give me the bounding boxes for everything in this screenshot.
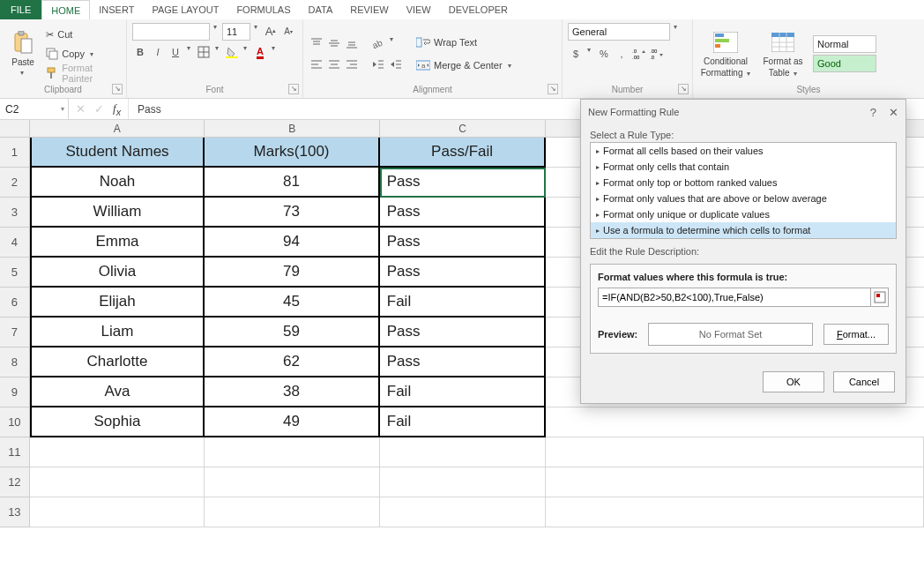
cell-C9[interactable]: Fail [380, 377, 547, 407]
cell-B1[interactable]: Marks(100) [205, 138, 380, 168]
col-header-a[interactable]: A [30, 120, 205, 138]
tab-data[interactable]: DATA [300, 0, 342, 19]
cell-C1[interactable]: Pass/Fail [380, 138, 547, 168]
cell-B11[interactable] [205, 437, 380, 467]
format-painter-button[interactable]: Format Painter [44, 64, 121, 82]
italic-button[interactable]: I [150, 44, 166, 60]
cell-D13[interactable] [546, 497, 924, 527]
align-right-button[interactable] [344, 56, 360, 72]
row-header[interactable]: 10 [0, 407, 30, 437]
cell-B10[interactable]: 49 [205, 407, 380, 437]
row-header[interactable]: 1 [0, 138, 30, 168]
cell-A1[interactable]: Student Names [30, 138, 205, 168]
format-as-table-button[interactable]: Format as Table ▾ [758, 26, 808, 81]
row-header[interactable]: 7 [0, 318, 30, 348]
cell-C13[interactable] [380, 497, 547, 527]
tab-review[interactable]: REVIEW [341, 0, 397, 19]
tab-insert[interactable]: INSERT [90, 0, 143, 19]
copy-button[interactable]: Copy ▾ [44, 45, 121, 63]
cell-D11[interactable] [546, 437, 924, 467]
cell-C5[interactable]: Pass [380, 258, 547, 288]
tab-home[interactable]: HOME [41, 0, 90, 19]
currency-button[interactable]: $ [568, 46, 584, 62]
cell-A12[interactable] [30, 467, 205, 497]
cell-A4[interactable]: Emma [30, 228, 205, 258]
alignment-dialog-launcher[interactable]: ↘ [548, 84, 558, 94]
merge-center-button[interactable]: a Merge & Center ▾ [414, 56, 517, 74]
cell-C12[interactable] [380, 467, 547, 497]
cancel-button[interactable]: Cancel [833, 371, 895, 392]
font-name-select[interactable] [132, 23, 210, 41]
cell-C7[interactable]: Pass [380, 318, 547, 348]
rule-type-item[interactable]: Format only unique or duplicate values [591, 206, 896, 222]
cell-B2[interactable]: 81 [205, 168, 380, 198]
cut-button[interactable]: ✂ Cut [44, 26, 121, 43]
increase-font-button[interactable]: A▴ [263, 23, 279, 39]
cell-A10[interactable]: Sophia [30, 407, 205, 437]
font-dialog-launcher[interactable]: ↘ [288, 84, 299, 94]
select-all-corner[interactable] [0, 120, 30, 138]
cell-A13[interactable] [30, 497, 205, 527]
cell-A6[interactable]: Elijah [30, 288, 205, 318]
cell-B4[interactable]: 94 [205, 228, 380, 258]
align-center-button[interactable] [326, 56, 342, 72]
cell-C3[interactable]: Pass [380, 198, 547, 228]
rule-type-item[interactable]: Use a formula to determine which cells t… [591, 222, 896, 238]
name-box[interactable]: C2 [0, 99, 69, 119]
decrease-indent-button[interactable] [370, 56, 386, 72]
cell-B13[interactable] [205, 497, 380, 527]
col-header-c[interactable]: C [380, 120, 547, 138]
row-header[interactable]: 2 [0, 168, 30, 198]
font-size-select[interactable]: 11 [222, 23, 250, 41]
col-header-b[interactable]: B [205, 120, 379, 138]
accept-formula-icon[interactable]: ✓ [94, 102, 104, 116]
tab-developer[interactable]: DEVELOPER [440, 0, 517, 19]
cell-B8[interactable]: 62 [205, 348, 380, 377]
cell-B9[interactable]: 38 [205, 377, 380, 407]
rule-type-item[interactable]: Format only values that are above or bel… [591, 191, 896, 206]
style-good[interactable]: Good [813, 55, 876, 72]
align-left-button[interactable] [309, 56, 324, 72]
align-top-button[interactable] [309, 35, 324, 51]
row-header[interactable]: 13 [0, 497, 30, 527]
cell-C8[interactable]: Pass [380, 348, 547, 377]
align-middle-button[interactable] [326, 35, 342, 51]
cell-A7[interactable]: Liam [30, 318, 205, 348]
dialog-titlebar[interactable]: New Formatting Rule ? ✕ [581, 100, 905, 124]
range-picker-icon[interactable] [870, 288, 888, 306]
row-header[interactable]: 4 [0, 228, 30, 258]
format-button[interactable]: Format... [823, 324, 889, 345]
cancel-formula-icon[interactable]: ✕ [76, 102, 86, 116]
dialog-help-icon[interactable]: ? [870, 106, 876, 119]
cell-A9[interactable]: Ava [30, 377, 205, 407]
tab-formulas[interactable]: FORMULAS [227, 0, 299, 19]
paste-button[interactable]: Paste ▾ [5, 26, 41, 81]
tab-page-layout[interactable]: PAGE LAYOUT [143, 0, 227, 19]
cell-B3[interactable]: 73 [205, 198, 380, 228]
align-bottom-button[interactable] [344, 35, 360, 51]
bold-button[interactable]: B [132, 44, 148, 60]
cell-B7[interactable]: 59 [205, 318, 380, 348]
cell-A3[interactable]: William [30, 198, 205, 228]
cell-B12[interactable] [205, 467, 380, 497]
fx-icon[interactable]: fx [113, 101, 121, 117]
comma-style-button[interactable]: , [614, 46, 630, 62]
row-header[interactable]: 5 [0, 258, 30, 288]
cell-styles-gallery[interactable]: Normal Good [813, 35, 876, 72]
cell-C11[interactable] [380, 437, 547, 467]
row-header[interactable]: 3 [0, 198, 30, 228]
cell-A5[interactable]: Olivia [30, 258, 205, 288]
rule-type-item[interactable]: Format only cells that contain [591, 159, 896, 175]
percent-button[interactable]: % [596, 46, 612, 62]
cell-B6[interactable]: 45 [205, 288, 380, 318]
row-header[interactable]: 8 [0, 348, 30, 377]
conditional-formatting-button[interactable]: Conditional Formatting ▾ [698, 26, 753, 81]
increase-decimal-button[interactable]: .0.00 [631, 46, 647, 62]
rule-type-item[interactable]: Format all cells based on their values [591, 143, 896, 159]
cell-D12[interactable] [546, 467, 924, 497]
tab-view[interactable]: VIEW [398, 0, 440, 19]
orientation-button[interactable]: ab [370, 35, 386, 51]
cell-C2[interactable]: Pass [380, 168, 547, 198]
cell-D10[interactable] [546, 407, 924, 437]
cell-A11[interactable] [30, 437, 205, 467]
